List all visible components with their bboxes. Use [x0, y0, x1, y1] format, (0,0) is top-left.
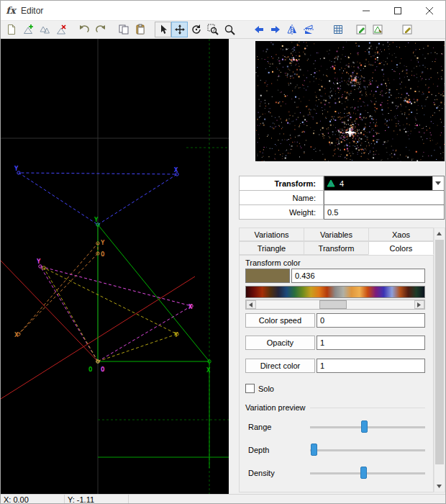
grid-icon: [332, 24, 344, 35]
chevron-down-icon: [435, 181, 441, 185]
redo-button[interactable]: [92, 22, 109, 37]
toggle-variation-preview-button[interactable]: [352, 22, 369, 37]
transform-label: Transform:: [239, 176, 324, 191]
toggle-grid-button[interactable]: [329, 22, 346, 37]
flip-vertical-button[interactable]: [300, 22, 317, 37]
rotate-mode-button[interactable]: [188, 22, 204, 37]
direct-color-row: Direct color: [245, 359, 425, 373]
rotate-right-button[interactable]: [267, 22, 283, 37]
select-arrow-icon: [158, 24, 169, 35]
editor-window: { "titlebar": { "icon_text": "fx", "titl…: [0, 0, 446, 504]
svg-text:Y: Y: [94, 216, 99, 223]
svg-text:Y: Y: [37, 258, 41, 265]
depth-slider-track: [310, 449, 425, 451]
tab-transform[interactable]: Transform: [304, 241, 369, 255]
svg-text:O: O: [101, 251, 105, 258]
undo-button[interactable]: [76, 22, 92, 37]
name-input[interactable]: [324, 190, 445, 205]
solo-checkbox[interactable]: [245, 384, 255, 393]
edit-pencil-icon: [401, 24, 413, 35]
inspector-panel: Transform: 4 Name: Weight: VariationsVar…: [229, 39, 445, 494]
copy-icon: [118, 24, 129, 35]
undo-icon: [78, 24, 90, 35]
zoom-in-mode-button[interactable]: [204, 22, 221, 37]
zoom-window-icon: [224, 24, 235, 35]
status-x: X: 0.00: [1, 495, 65, 504]
opacity-label: Opacity: [245, 336, 315, 350]
color-speed-label: Color speed: [245, 313, 315, 328]
redo-icon: [95, 24, 106, 35]
weight-label: Weight:: [239, 204, 324, 220]
maximize-button[interactable]: [382, 1, 414, 20]
paste-button[interactable]: [132, 22, 148, 37]
palette-scroll-right-button[interactable]: [414, 300, 424, 309]
transform-select-dropdown[interactable]: [432, 176, 444, 190]
svg-text:Y: Y: [14, 165, 19, 172]
statusbar: X: 0.00 Y: -1.11: [1, 494, 445, 504]
tab-triangle[interactable]: Triangle: [239, 241, 304, 255]
solo-row: Solo: [245, 384, 274, 393]
depth-slider-thumb[interactable]: [311, 444, 317, 456]
minimize-button[interactable]: [350, 1, 382, 20]
density-slider[interactable]: [310, 466, 425, 480]
depth-slider[interactable]: [310, 443, 425, 457]
close-button[interactable]: [414, 1, 445, 20]
tab-variables[interactable]: Variables: [304, 228, 369, 241]
status-y: Y: -1.11: [65, 495, 129, 504]
add-transform-button[interactable]: [19, 22, 36, 37]
panel-scroll-thumb[interactable]: [435, 240, 444, 464]
titlebar: fx Editor: [1, 1, 445, 21]
new-flame-button[interactable]: [3, 22, 19, 37]
panel-scroll-up-button[interactable]: [434, 228, 445, 239]
main-area: YXYXOYOXYXOY Transform: 4 Name: Weight:: [1, 39, 445, 494]
palette-scroll-left-button[interactable]: [246, 300, 256, 309]
transform-select[interactable]: 4: [324, 176, 445, 191]
transform-editor-canvas[interactable]: YXYXOYOXYXOY: [1, 39, 229, 494]
transform-color-swatch[interactable]: [245, 269, 290, 283]
transform-color-group-label: Transform color: [245, 258, 301, 267]
range-slider[interactable]: [310, 420, 425, 434]
transform-triangle-icon: [327, 179, 335, 187]
edit-post-transform-button[interactable]: [399, 22, 415, 37]
svg-text:X: X: [174, 166, 178, 174]
toggle-post-transform-button[interactable]: [369, 22, 386, 37]
gradient-palette-strip[interactable]: [245, 286, 425, 298]
transform-editor-svg[interactable]: YXYXOYOXYXOY: [1, 39, 229, 494]
transform-color-input[interactable]: [291, 269, 425, 283]
flip-horizontal-button[interactable]: [283, 22, 300, 37]
tab-colors[interactable]: Colors: [368, 241, 434, 255]
flip-horizontal-icon: [286, 24, 298, 35]
copy-button[interactable]: [115, 22, 132, 37]
range-slider-thumb[interactable]: [361, 420, 368, 433]
color-speed-input[interactable]: [317, 313, 425, 328]
palette-scrollbar[interactable]: [245, 300, 425, 310]
palette-scroll-track[interactable]: [256, 300, 414, 309]
density-slider-thumb[interactable]: [360, 467, 367, 479]
weight-input[interactable]: [324, 204, 445, 220]
svg-text:X: X: [206, 366, 211, 374]
palette-scroll-thumb[interactable]: [319, 300, 347, 309]
panel-scroll-down-button[interactable]: [434, 481, 445, 492]
transform-select-value: 4: [340, 179, 344, 188]
select-mode-button[interactable]: [155, 22, 171, 37]
minimize-icon: [363, 7, 370, 14]
tab-variations[interactable]: Variations: [239, 228, 304, 241]
tab-row-2: TriangleTransformColors: [239, 241, 434, 255]
variation-preview-icon: [355, 24, 367, 35]
duplicate-transform-button[interactable]: [36, 22, 53, 37]
svg-text:X: X: [14, 331, 19, 338]
rotate-left-button[interactable]: [250, 22, 267, 37]
tab-xaos[interactable]: Xaos: [368, 228, 434, 241]
zoom-window-mode-button[interactable]: [221, 22, 237, 37]
svg-text:Y: Y: [174, 331, 178, 338]
app-icon: fx: [1, 5, 21, 16]
move-mode-button[interactable]: [171, 22, 188, 37]
name-label: Name:: [239, 190, 324, 205]
arrow-left-icon: [253, 24, 265, 35]
inspector-tabs: VariationsVariablesXaos TriangleTransfor…: [239, 228, 434, 255]
opacity-input[interactable]: [317, 336, 425, 350]
direct-color-input[interactable]: [317, 359, 425, 373]
remove-transform-button[interactable]: [53, 22, 69, 37]
panel-scrollbar[interactable]: [434, 228, 445, 492]
flame-preview: [255, 41, 445, 161]
